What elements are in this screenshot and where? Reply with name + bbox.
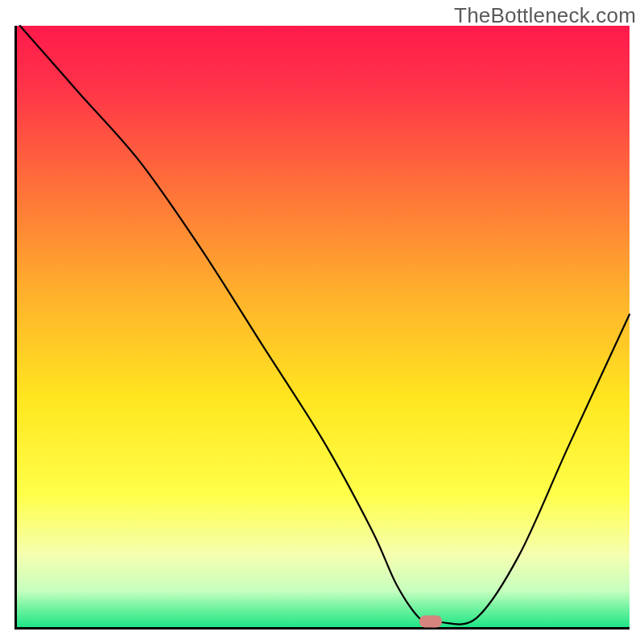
plot-area <box>14 26 630 630</box>
bottleneck-curve <box>20 26 630 625</box>
curve-layer <box>17 26 630 627</box>
optimal-point-marker <box>419 615 442 627</box>
chart-container: TheBottleneck.com <box>0 0 644 644</box>
watermark-text: TheBottleneck.com <box>454 3 636 28</box>
